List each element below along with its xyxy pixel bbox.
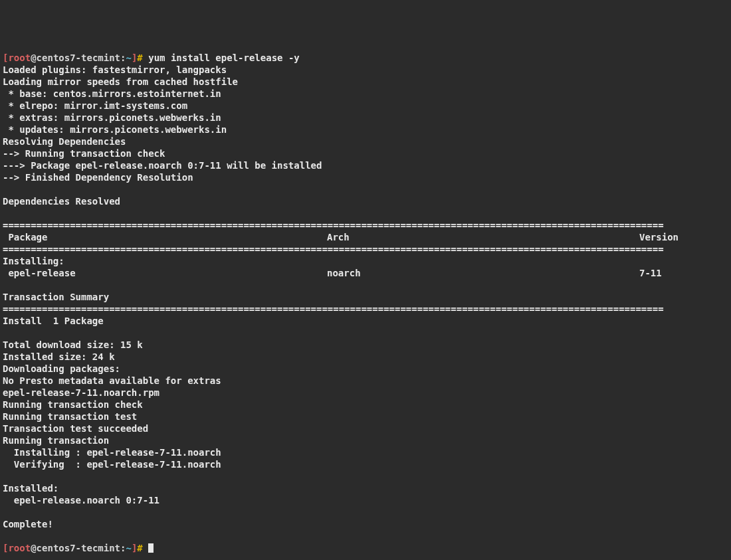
table-header-row: PackageArchVersion [3,232,679,242]
output-line: Running transaction test [3,411,137,422]
output-line: Running transaction check [3,399,143,410]
output-line: * elrepo: mirror.imt-systems.com [3,100,187,111]
terminal-window[interactable]: [root@centos7-tecmint:~]# yum install ep… [0,48,731,557]
output-line: * updates: mirrors.piconets.webwerks.in [3,124,227,135]
output-line: epel-release-7-11.noarch.rpm [3,387,159,398]
table-divider: ========================================… [3,220,664,231]
prompt-line-1: [root@centos7-tecmint:~]# yum install ep… [3,52,300,63]
output-line: Loading mirror speeds from cached hostfi… [3,76,238,87]
table-cell-arch: noarch [327,267,639,279]
prompt-path: ~ [126,543,131,553]
install-section-header: Installing: [3,256,64,266]
summary-header: Transaction Summary [3,292,109,302]
prompt-host: centos7-tecmint [37,52,120,63]
command-input[interactable]: yum install epel-release -y [148,52,300,63]
output-line: Installed: [3,483,58,494]
table-cell-package: epel-release [3,267,327,279]
output-line: Complete! [3,519,53,529]
prompt-line-2: [root@centos7-tecmint:~]# [3,543,154,553]
prompt-hash: # [137,543,148,553]
output-line: Downloading packages: [3,363,120,374]
prompt-at: @ [31,543,36,553]
prompt-user: root [8,543,31,553]
output-line: * extras: mirrors.piconets.webwerks.in [3,112,221,123]
output-line: No Presto metadata available for extras [3,375,221,386]
output-line: Dependencies Resolved [3,196,120,207]
table-header-arch: Arch [327,231,639,243]
output-line: Verifying : epel-release-7-11.noarch [3,459,221,470]
output-line: Resolving Dependencies [3,136,126,147]
prompt-at: @ [31,52,36,63]
table-header-package: Package [3,231,327,243]
output-line: Transaction test succeeded [3,423,148,434]
output-line: epel-release.noarch 0:7-11 [3,495,159,506]
output-line: Total download size: 15 k [3,339,143,350]
output-line: --> Finished Dependency Resolution [3,172,193,183]
cursor-icon [148,543,154,553]
table-cell-version: 7-11 [639,268,662,278]
output-line: Installing : epel-release-7-11.noarch [3,447,221,458]
output-line: Installed size: 24 k [3,351,115,362]
output-line: --> Running transaction check [3,148,165,159]
output-line: * base: centos.mirrors.estointernet.in [3,88,221,99]
summary-line: Install 1 Package [3,316,104,326]
output-line: Running transaction [3,435,109,446]
prompt-host: centos7-tecmint [37,543,120,553]
table-header-version: Version [639,232,679,242]
prompt-hash: # [137,52,148,63]
output-line: ---> Package epel-release.noarch 0:7-11 … [3,160,322,171]
output-line: Loaded plugins: fastestmirror, langpacks [3,64,227,75]
table-divider: ========================================… [3,304,664,314]
table-row: epel-releasenoarch7-11 [3,268,662,278]
prompt-user: root [8,52,31,63]
table-divider: ========================================… [3,244,664,254]
prompt-path: ~ [126,52,131,63]
